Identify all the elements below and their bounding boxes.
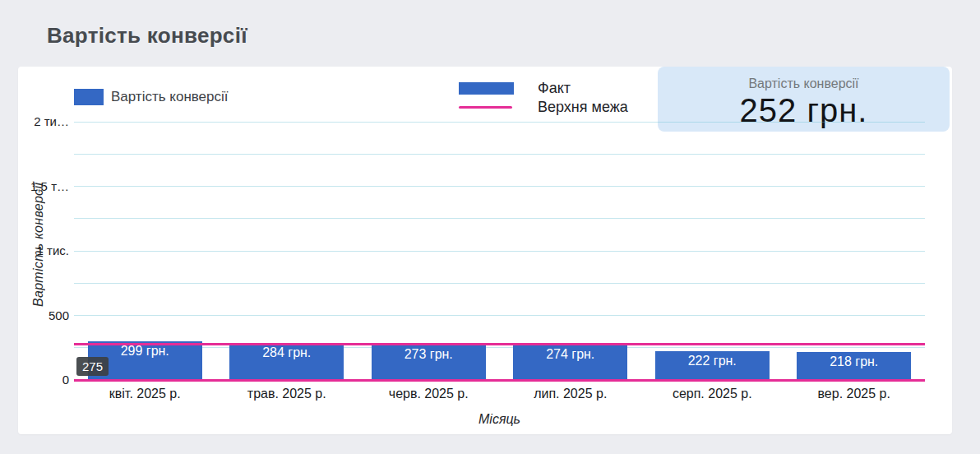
fact-series-swatch bbox=[459, 82, 514, 95]
refline-layer bbox=[74, 122, 925, 380]
reference-line bbox=[74, 379, 925, 382]
legend-item-fact[interactable]: Факт bbox=[459, 79, 628, 98]
plot-area: 299 грн. 284 грн. 273 грн. 274 грн. bbox=[74, 122, 925, 380]
reference-line-tooltip: 275 bbox=[76, 357, 109, 376]
y-tick-label: 1,5 т… bbox=[30, 179, 69, 194]
legend-item-upper-bound[interactable]: Верхня межа bbox=[459, 98, 628, 117]
metric-legend-label: Вартість конверсії bbox=[111, 89, 229, 105]
page-title: Вартість конверсії bbox=[47, 23, 247, 49]
chart-card: Вартість конверсії Факт Верхня межа Варт… bbox=[18, 67, 952, 434]
metric-legend-swatch bbox=[74, 89, 104, 105]
upper-bound-line-swatch bbox=[459, 106, 512, 109]
series-legend: Факт Верхня межа bbox=[459, 79, 628, 117]
x-tick-label: серп. 2025 р. bbox=[641, 386, 784, 402]
metric-legend-item[interactable]: Вартість конверсії bbox=[74, 89, 229, 105]
x-axis-title: Місяць bbox=[74, 412, 925, 427]
upper-bound-label: Верхня межа bbox=[538, 98, 628, 117]
x-tick-label: лип. 2025 р. bbox=[500, 386, 642, 402]
scorecard-label: Вартість конверсії bbox=[658, 76, 950, 91]
y-tick-label: 0 bbox=[62, 373, 69, 387]
fact-series-label: Факт bbox=[538, 79, 571, 98]
x-tick-label: квіт. 2025 р. bbox=[74, 386, 216, 402]
x-tick-label: вер. 2025 р. bbox=[784, 386, 926, 402]
reference-line bbox=[74, 343, 925, 345]
x-tick-label: черв. 2025 р. bbox=[358, 386, 500, 402]
x-tick-label: трав. 2025 р. bbox=[216, 386, 358, 402]
y-axis-labels: 2 ти…1,5 т…1 тис.5000 bbox=[18, 122, 71, 380]
x-axis-labels: квіт. 2025 р. трав. 2025 р. черв. 2025 р… bbox=[74, 386, 925, 402]
y-tick-label: 1 тис. bbox=[37, 243, 69, 258]
y-tick-label: 500 bbox=[49, 308, 69, 323]
y-tick-label: 2 ти… bbox=[34, 114, 69, 129]
dashboard-page: Вартість конверсії Вартість конверсії Фа… bbox=[0, 0, 980, 454]
